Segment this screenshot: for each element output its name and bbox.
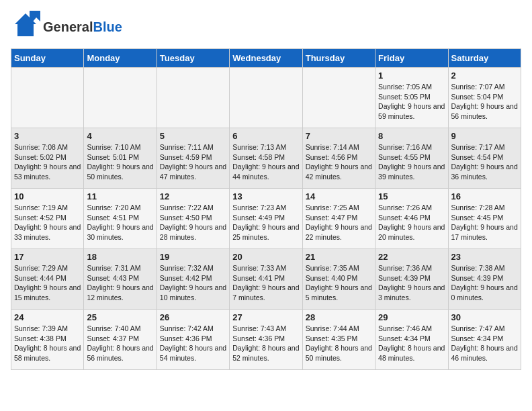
day-cell: 6Sunrise: 7:13 AM Sunset: 4:58 PM Daylig… xyxy=(230,128,302,189)
week-row-2: 3Sunrise: 7:08 AM Sunset: 5:02 PM Daylig… xyxy=(11,128,521,189)
day-cell: 17Sunrise: 7:29 AM Sunset: 4:44 PM Dayli… xyxy=(11,249,84,310)
day-cell: 19Sunrise: 7:32 AM Sunset: 4:42 PM Dayli… xyxy=(157,249,229,310)
day-number: 28 xyxy=(306,312,372,322)
day-cell: 13Sunrise: 7:23 AM Sunset: 4:49 PM Dayli… xyxy=(230,189,302,249)
day-cell xyxy=(84,68,157,128)
day-cell: 14Sunrise: 7:25 AM Sunset: 4:47 PM Dayli… xyxy=(302,189,375,249)
day-cell: 5Sunrise: 7:11 AM Sunset: 4:59 PM Daylig… xyxy=(157,128,229,189)
day-number: 14 xyxy=(306,191,372,201)
day-number: 25 xyxy=(87,312,153,322)
day-info: Sunrise: 7:35 AM Sunset: 4:40 PM Dayligh… xyxy=(306,263,372,303)
day-info: Sunrise: 7:10 AM Sunset: 5:01 PM Dayligh… xyxy=(87,142,153,182)
day-number: 3 xyxy=(14,131,81,141)
day-cell: 29Sunrise: 7:46 AM Sunset: 4:34 PM Dayli… xyxy=(375,310,448,370)
day-number: 10 xyxy=(14,191,81,201)
day-number: 29 xyxy=(378,312,445,322)
day-number: 26 xyxy=(160,312,226,322)
day-cell xyxy=(157,68,229,128)
page-header: GeneralBlue xyxy=(11,11,521,43)
day-info: Sunrise: 7:42 AM Sunset: 4:36 PM Dayligh… xyxy=(160,324,226,363)
day-info: Sunrise: 7:39 AM Sunset: 4:38 PM Dayligh… xyxy=(14,324,81,363)
day-info: Sunrise: 7:20 AM Sunset: 4:51 PM Dayligh… xyxy=(87,203,153,242)
calendar-body: 1Sunrise: 7:05 AM Sunset: 5:05 PM Daylig… xyxy=(11,68,521,370)
day-cell: 25Sunrise: 7:40 AM Sunset: 4:37 PM Dayli… xyxy=(84,310,157,370)
day-info: Sunrise: 7:44 AM Sunset: 4:35 PM Dayligh… xyxy=(306,324,372,363)
day-cell: 9Sunrise: 7:17 AM Sunset: 4:54 PM Daylig… xyxy=(448,128,521,189)
day-cell xyxy=(11,68,84,128)
day-number: 9 xyxy=(451,131,518,141)
weekday-header-friday: Friday xyxy=(375,49,448,68)
day-info: Sunrise: 7:43 AM Sunset: 4:36 PM Dayligh… xyxy=(232,324,299,363)
day-number: 19 xyxy=(160,252,226,262)
day-cell: 10Sunrise: 7:19 AM Sunset: 4:52 PM Dayli… xyxy=(11,189,84,249)
logo-text: GeneralBlue xyxy=(43,19,122,34)
logo: GeneralBlue xyxy=(11,11,122,43)
day-cell: 22Sunrise: 7:36 AM Sunset: 4:39 PM Dayli… xyxy=(375,249,448,310)
day-info: Sunrise: 7:14 AM Sunset: 4:56 PM Dayligh… xyxy=(306,142,372,182)
day-info: Sunrise: 7:19 AM Sunset: 4:52 PM Dayligh… xyxy=(14,203,81,242)
day-cell: 20Sunrise: 7:33 AM Sunset: 4:41 PM Dayli… xyxy=(230,249,302,310)
day-cell: 8Sunrise: 7:16 AM Sunset: 4:55 PM Daylig… xyxy=(375,128,448,189)
day-cell: 27Sunrise: 7:43 AM Sunset: 4:36 PM Dayli… xyxy=(230,310,302,370)
day-info: Sunrise: 7:31 AM Sunset: 4:43 PM Dayligh… xyxy=(87,263,153,303)
day-number: 11 xyxy=(87,191,153,201)
weekday-header-monday: Monday xyxy=(84,49,157,68)
day-number: 22 xyxy=(378,252,445,262)
day-cell: 2Sunrise: 7:07 AM Sunset: 5:04 PM Daylig… xyxy=(448,68,521,128)
day-cell xyxy=(302,68,375,128)
day-cell: 21Sunrise: 7:35 AM Sunset: 4:40 PM Dayli… xyxy=(302,249,375,310)
day-info: Sunrise: 7:23 AM Sunset: 4:49 PM Dayligh… xyxy=(232,203,299,242)
day-number: 1 xyxy=(378,71,445,81)
day-cell: 3Sunrise: 7:08 AM Sunset: 5:02 PM Daylig… xyxy=(11,128,84,189)
day-cell: 26Sunrise: 7:42 AM Sunset: 4:36 PM Dayli… xyxy=(157,310,229,370)
day-cell: 1Sunrise: 7:05 AM Sunset: 5:05 PM Daylig… xyxy=(375,68,448,128)
day-info: Sunrise: 7:33 AM Sunset: 4:41 PM Dayligh… xyxy=(232,263,299,303)
weekday-header-tuesday: Tuesday xyxy=(157,49,229,68)
day-number: 12 xyxy=(160,191,226,201)
day-info: Sunrise: 7:16 AM Sunset: 4:55 PM Dayligh… xyxy=(378,142,445,182)
day-info: Sunrise: 7:13 AM Sunset: 4:58 PM Dayligh… xyxy=(232,142,299,182)
day-number: 16 xyxy=(451,191,518,201)
day-number: 21 xyxy=(306,252,372,262)
day-number: 8 xyxy=(378,131,445,141)
day-info: Sunrise: 7:26 AM Sunset: 4:46 PM Dayligh… xyxy=(378,203,445,242)
weekday-header-sunday: Sunday xyxy=(11,49,84,68)
week-row-4: 17Sunrise: 7:29 AM Sunset: 4:44 PM Dayli… xyxy=(11,249,521,310)
weekday-header-thursday: Thursday xyxy=(302,49,375,68)
day-cell: 24Sunrise: 7:39 AM Sunset: 4:38 PM Dayli… xyxy=(11,310,84,370)
day-number: 30 xyxy=(451,312,518,322)
day-info: Sunrise: 7:40 AM Sunset: 4:37 PM Dayligh… xyxy=(87,324,153,363)
day-number: 24 xyxy=(14,312,81,322)
day-info: Sunrise: 7:08 AM Sunset: 5:02 PM Dayligh… xyxy=(14,142,81,182)
day-number: 2 xyxy=(451,71,518,81)
week-row-1: 1Sunrise: 7:05 AM Sunset: 5:05 PM Daylig… xyxy=(11,68,521,128)
logo-icon xyxy=(11,11,40,43)
day-cell: 18Sunrise: 7:31 AM Sunset: 4:43 PM Dayli… xyxy=(84,249,157,310)
weekday-header-row: SundayMondayTuesdayWednesdayThursdayFrid… xyxy=(11,49,521,68)
day-number: 4 xyxy=(87,131,153,141)
day-number: 5 xyxy=(160,131,226,141)
day-info: Sunrise: 7:25 AM Sunset: 4:47 PM Dayligh… xyxy=(306,203,372,242)
day-info: Sunrise: 7:32 AM Sunset: 4:42 PM Dayligh… xyxy=(160,263,226,303)
day-number: 7 xyxy=(306,131,372,141)
day-number: 20 xyxy=(232,252,299,262)
day-cell: 15Sunrise: 7:26 AM Sunset: 4:46 PM Dayli… xyxy=(375,189,448,249)
day-number: 13 xyxy=(232,191,299,201)
calendar-table: SundayMondayTuesdayWednesdayThursdayFrid… xyxy=(11,48,521,370)
day-info: Sunrise: 7:22 AM Sunset: 4:50 PM Dayligh… xyxy=(160,203,226,242)
day-number: 15 xyxy=(378,191,445,201)
day-cell: 16Sunrise: 7:28 AM Sunset: 4:45 PM Dayli… xyxy=(448,189,521,249)
day-cell: 28Sunrise: 7:44 AM Sunset: 4:35 PM Dayli… xyxy=(302,310,375,370)
day-cell: 12Sunrise: 7:22 AM Sunset: 4:50 PM Dayli… xyxy=(157,189,229,249)
day-info: Sunrise: 7:11 AM Sunset: 4:59 PM Dayligh… xyxy=(160,142,226,182)
day-info: Sunrise: 7:07 AM Sunset: 5:04 PM Dayligh… xyxy=(451,82,518,122)
day-info: Sunrise: 7:17 AM Sunset: 4:54 PM Dayligh… xyxy=(451,142,518,182)
day-info: Sunrise: 7:47 AM Sunset: 4:34 PM Dayligh… xyxy=(451,324,518,363)
day-info: Sunrise: 7:05 AM Sunset: 5:05 PM Dayligh… xyxy=(378,82,445,122)
day-cell: 4Sunrise: 7:10 AM Sunset: 5:01 PM Daylig… xyxy=(84,128,157,189)
day-cell: 30Sunrise: 7:47 AM Sunset: 4:34 PM Dayli… xyxy=(448,310,521,370)
day-info: Sunrise: 7:38 AM Sunset: 4:39 PM Dayligh… xyxy=(451,263,518,303)
day-number: 23 xyxy=(451,252,518,262)
day-info: Sunrise: 7:28 AM Sunset: 4:45 PM Dayligh… xyxy=(451,203,518,242)
day-info: Sunrise: 7:29 AM Sunset: 4:44 PM Dayligh… xyxy=(14,263,81,303)
